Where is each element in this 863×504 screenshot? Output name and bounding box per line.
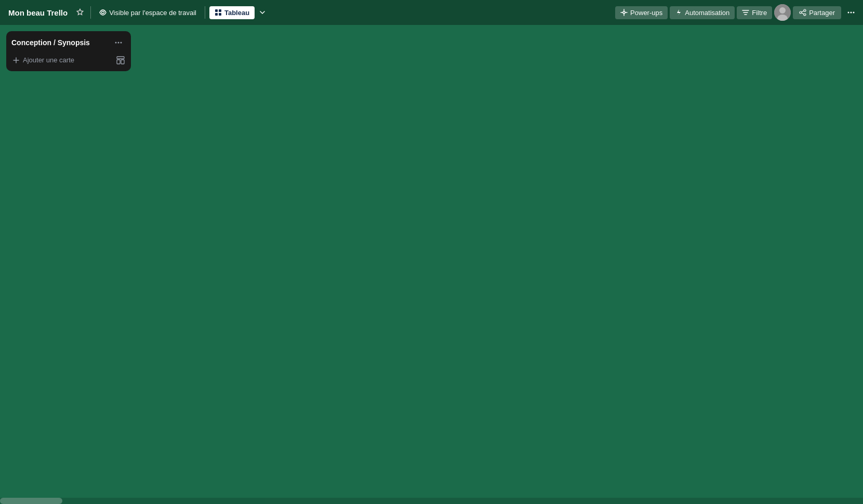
tableau-button[interactable]: Tableau <box>209 6 255 19</box>
svg-point-10 <box>800 11 802 14</box>
automation-label: Automatisation <box>685 9 729 17</box>
more-icon <box>846 8 856 17</box>
list-menu-button[interactable] <box>111 37 126 48</box>
plus-icon <box>12 57 20 64</box>
lightning-icon <box>675 9 682 16</box>
list-title: Conception / Synopsis <box>11 38 111 47</box>
svg-rect-19 <box>117 60 120 64</box>
svg-rect-3 <box>215 13 218 16</box>
svg-rect-2 <box>219 9 221 12</box>
list-conception-synopsis: Conception / Synopsis Ajouter une carte <box>6 31 131 71</box>
svg-point-7 <box>779 7 786 14</box>
share-icon <box>799 9 806 16</box>
tableau-label: Tableau <box>224 9 249 17</box>
svg-point-12 <box>848 12 849 14</box>
navbar: Mon beau Trello Visible par l'espace de … <box>0 0 863 25</box>
svg-rect-20 <box>121 60 124 64</box>
avatar[interactable] <box>774 4 791 21</box>
template-icon <box>116 56 125 64</box>
powerups-icon <box>620 9 628 16</box>
add-card-template-button[interactable] <box>114 54 127 67</box>
list-header: Conception / Synopsis <box>10 35 127 50</box>
star-icon <box>76 8 84 17</box>
chevron-down-icon <box>259 9 266 16</box>
svg-point-17 <box>121 42 122 44</box>
powerups-label: Power-ups <box>630 9 662 17</box>
nav-separator-2 <box>205 6 205 19</box>
svg-point-15 <box>115 42 117 44</box>
tableau-icon <box>215 9 222 16</box>
svg-point-16 <box>118 42 120 44</box>
add-card-button[interactable]: Ajouter une carte <box>10 53 114 67</box>
svg-point-0 <box>102 11 104 14</box>
svg-point-14 <box>853 12 855 14</box>
svg-rect-18 <box>117 57 124 59</box>
svg-point-9 <box>804 9 806 11</box>
avatar-image <box>774 4 791 21</box>
scrollbar-thumb[interactable] <box>0 498 62 504</box>
svg-rect-1 <box>215 9 218 12</box>
star-button[interactable] <box>74 6 86 19</box>
more-options-button[interactable] <box>843 6 859 19</box>
list-more-icon <box>114 38 123 47</box>
svg-point-5 <box>623 11 625 14</box>
svg-rect-4 <box>219 13 221 16</box>
automation-button[interactable]: Automatisation <box>670 6 735 19</box>
visibility-label: Visible par l'espace de travail <box>109 9 196 17</box>
svg-point-13 <box>851 12 852 14</box>
board-content: Conception / Synopsis Ajouter une carte <box>0 25 863 498</box>
list-footer: Ajouter une carte <box>10 53 127 67</box>
tableau-chevron-button[interactable] <box>257 7 268 18</box>
share-label: Partager <box>809 9 835 17</box>
filter-label: Filtre <box>752 9 767 17</box>
svg-point-11 <box>804 14 806 16</box>
share-button[interactable]: Partager <box>793 6 841 19</box>
navbar-right: Power-ups Automatisation Filtre <box>615 4 859 21</box>
add-card-label: Ajouter une carte <box>23 56 74 64</box>
visibility-icon <box>99 9 107 16</box>
board-title[interactable]: Mon beau Trello <box>4 6 72 19</box>
powerups-button[interactable]: Power-ups <box>615 6 668 19</box>
filter-button[interactable]: Filtre <box>737 6 772 19</box>
filter-icon <box>742 9 749 16</box>
nav-separator-1 <box>90 6 91 19</box>
visibility-button[interactable]: Visible par l'espace de travail <box>95 7 201 19</box>
navbar-left: Mon beau Trello Visible par l'espace de … <box>4 6 613 19</box>
bottom-scrollbar[interactable] <box>0 498 863 504</box>
